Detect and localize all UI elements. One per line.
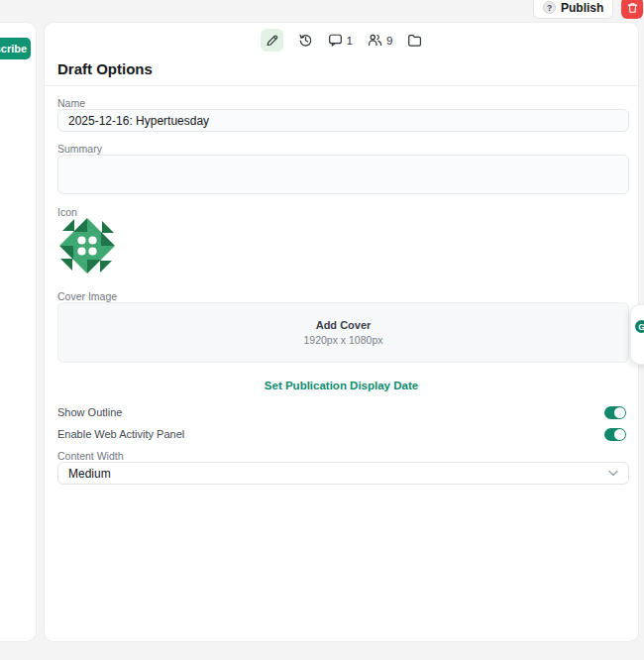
subscribe-button[interactable]: Subscribe: [0, 38, 31, 59]
collaborators-count: 9: [386, 35, 392, 47]
files-tab[interactable]: [407, 33, 422, 48]
publish-button[interactable]: ? Publish: [533, 0, 613, 19]
grammarly-icon: G: [635, 320, 644, 333]
left-sidebar-panel: Subscribe: [0, 22, 37, 642]
web-activity-toggle[interactable]: [604, 428, 626, 441]
history-tab[interactable]: [298, 33, 313, 48]
cover-image-label: Cover Image: [57, 290, 117, 302]
name-input[interactable]: [57, 109, 629, 132]
content-width-select[interactable]: Medium: [57, 462, 629, 485]
edit-tab[interactable]: [261, 29, 283, 52]
show-outline-label: Show Outline: [57, 406, 122, 418]
show-outline-toggle[interactable]: [604, 406, 626, 419]
history-icon: [298, 33, 313, 48]
show-outline-row: Show Outline: [57, 405, 626, 419]
divider: [45, 85, 638, 86]
collaborators-tab[interactable]: 9: [368, 33, 392, 48]
publish-status-icon: ?: [543, 1, 556, 14]
people-icon: [368, 33, 382, 48]
name-label: Name: [57, 97, 85, 109]
web-activity-label: Enable Web Activity Panel: [57, 428, 184, 440]
topbar-actions: ? Publish: [533, 0, 644, 19]
set-publication-display-date-link[interactable]: Set Publication Display Date: [45, 380, 638, 391]
add-cover-cta: Add Cover: [316, 319, 372, 331]
document-toolbar: 1 9: [45, 29, 638, 52]
summary-label: Summary: [57, 143, 102, 155]
comments-count: 1: [347, 35, 353, 47]
draft-options-panel: 1 9 Draft Options Name Sum: [44, 22, 639, 642]
publish-button-label: Publish: [561, 1, 603, 15]
comments-tab[interactable]: 1: [328, 33, 353, 48]
icon-label: Icon: [57, 206, 77, 218]
web-activity-row: Enable Web Activity Panel: [57, 427, 626, 441]
grammarly-tab[interactable]: G: [630, 304, 644, 365]
draft-icon[interactable]: [57, 218, 117, 274]
summary-input[interactable]: [57, 155, 629, 194]
delete-button[interactable]: [621, 0, 643, 19]
app-root: { "colors": { "accent_green": "#0e9373",…: [0, 0, 644, 660]
page-title: Draft Options: [57, 60, 153, 77]
add-cover-dropzone[interactable]: Add Cover 1920px x 1080px: [57, 302, 629, 363]
folder-icon: [407, 33, 422, 48]
comment-icon: [328, 33, 343, 48]
content-width-label: Content Width: [57, 450, 124, 462]
cover-size-hint: 1920px x 1080px: [304, 334, 383, 346]
trash-icon: [627, 2, 638, 14]
content-width-value: Medium: [68, 467, 111, 481]
pencil-icon: [266, 34, 278, 47]
chevron-down-icon: [608, 470, 618, 477]
